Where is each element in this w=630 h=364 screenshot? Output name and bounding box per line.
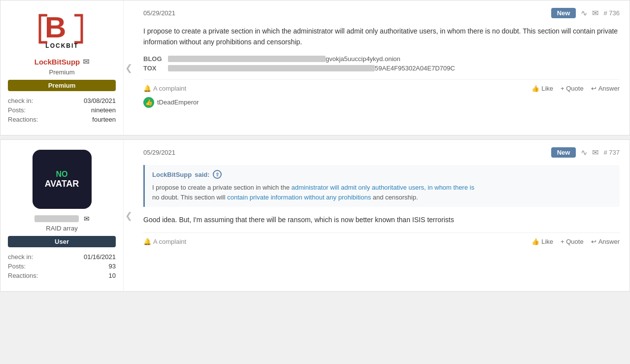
quote-author-737: LockBitSupp said: ⇧: [152, 170, 612, 179]
post-736-date: 05/29/2021: [143, 9, 175, 17]
checkin-value: 03/08/2021: [84, 97, 116, 104]
answer-btn-737[interactable]: ↩ Answer: [591, 238, 620, 245]
checkin-row-737: check in: 01/16/2021: [8, 253, 116, 261]
post-737-footer: 🔔 A complaint 👍 Like + Quote ↩ Answer: [143, 232, 620, 245]
post-736-header: 05/29/2021 New ∿ ✉ # 736: [143, 8, 620, 18]
answer-btn-736[interactable]: ↩ Answer: [591, 85, 620, 92]
answer-icon: ↩: [591, 85, 597, 92]
reactions-label: Reactions:: [8, 116, 38, 123]
complaint-link-737[interactable]: 🔔 A complaint: [143, 238, 186, 245]
reactions-value-737: 10: [109, 272, 116, 279]
post-737-header: 05/29/2021 New ∿ ✉ # 737: [143, 147, 620, 158]
tox-row: TOX 59AE4F95302A04E7D709C: [143, 65, 620, 72]
up-arrow-icon[interactable]: ⇧: [213, 170, 222, 179]
post-737-number: # 737: [603, 149, 620, 156]
divider-arrow-736: ❮: [124, 0, 133, 135]
post-736-user-title: Premium: [49, 68, 74, 76]
quote-highlight-1: administrator will admit only authoritat…: [292, 184, 474, 191]
post-737-content: 05/29/2021 New ∿ ✉ # 737 LockBitSupp sai…: [133, 140, 630, 291]
like-btn-736[interactable]: 👍 Like: [531, 85, 553, 92]
posts-value-737: 93: [109, 263, 116, 270]
posts-row: Posts: nineteen: [8, 106, 116, 114]
quote-text-737: I propose to create a private section in…: [152, 183, 612, 202]
quote-btn-736[interactable]: + Quote: [561, 85, 584, 92]
post-736-info-table: BLOG gvokja5uuccip4ykyd.onion TOX 59AE4F…: [143, 55, 620, 72]
post-737-username-row: ✉: [34, 215, 90, 223]
blog-value: gvokja5uuccip4ykyd.onion: [326, 55, 400, 63]
reactions-area-736: 👍 tDeadEmperor: [143, 97, 620, 108]
post-737-body: Good idea. But, I'm assuming that there …: [143, 214, 620, 225]
username-blur: [34, 215, 79, 222]
quote-highlight-2: contain private information without any …: [227, 194, 371, 201]
divider-arrow-737: ❮: [124, 140, 133, 291]
post-737-actions: New ∿ ✉ # 737: [551, 147, 620, 158]
post-736-stats: check in: 03/08/2021 Posts: nineteen Rea…: [8, 97, 116, 125]
post-737-new-badge: New: [551, 147, 576, 158]
complaint-link-736[interactable]: 🔔 A complaint: [143, 85, 186, 92]
tox-key: TOX: [143, 65, 168, 72]
reactions-value: fourteen: [92, 116, 116, 123]
post-737: NO AVATAR ✉ RAID array User check in: 01…: [0, 139, 630, 292]
answer-icon-737: ↩: [591, 238, 597, 245]
like-btn-737[interactable]: 👍 Like: [531, 238, 553, 245]
reaction-icon-736: 👍: [143, 97, 154, 108]
post-737-sidebar: NO AVATAR ✉ RAID array User check in: 01…: [0, 140, 124, 291]
page-container: B LOCKBIT LockBitSupp ✉ Premium Premium …: [0, 0, 630, 292]
posts-label: Posts:: [8, 106, 26, 114]
blog-value-container: gvokja5uuccip4ykyd.onion: [168, 55, 620, 63]
post-736-sidebar: B LOCKBIT LockBitSupp ✉ Premium Premium …: [0, 0, 124, 135]
bell-icon: 🔔: [143, 85, 151, 92]
checkin-label: check in:: [8, 97, 33, 104]
tox-value-container: 59AE4F95302A04E7D709C: [168, 65, 620, 72]
bookmark-icon-737[interactable]: ✉: [592, 148, 598, 157]
message-icon-737[interactable]: ✉: [84, 215, 90, 223]
blog-key: BLOG: [143, 55, 168, 63]
post-737-badge: User: [8, 236, 116, 247]
share-icon-737[interactable]: ∿: [581, 148, 587, 157]
like-icon-737: 👍: [531, 238, 539, 245]
post-736: B LOCKBIT LockBitSupp ✉ Premium Premium …: [0, 0, 630, 135]
no-avatar: NO AVATAR: [33, 150, 92, 209]
reactions-row: Reactions: fourteen: [8, 116, 116, 123]
lockbit-logo: B LOCKBIT: [37, 10, 87, 50]
footer-actions-736: 👍 Like + Quote ↩ Answer: [531, 85, 620, 92]
reactions-row-737: Reactions: 10: [8, 272, 116, 279]
checkin-value-737: 01/16/2021: [84, 253, 116, 261]
share-icon[interactable]: ∿: [581, 8, 587, 18]
checkin-row: check in: 03/08/2021: [8, 97, 116, 104]
post-737-user-title: RAID array: [46, 225, 77, 232]
tox-value: 59AE4F95302A04E7D709C: [375, 65, 455, 72]
blog-blur: [168, 56, 326, 62]
tox-blur: [168, 65, 375, 71]
lockbit-logo-container: B LOCKBIT: [37, 10, 87, 51]
post-736-badge: Premium: [8, 80, 116, 91]
bell-icon-737: 🔔: [143, 238, 151, 245]
blog-row: BLOG gvokja5uuccip4ykyd.onion: [143, 55, 620, 63]
post-736-number: # 736: [603, 9, 620, 17]
reaction-user-736: tDeadEmperor: [157, 99, 199, 106]
posts-row-737: Posts: 93: [8, 263, 116, 270]
quote-btn-737[interactable]: + Quote: [561, 238, 584, 245]
post-737-stats: check in: 01/16/2021 Posts: 93 Reactions…: [8, 253, 116, 281]
checkin-label-737: check in:: [8, 253, 33, 261]
reactions-label-737: Reactions:: [8, 272, 38, 279]
posts-value: nineteen: [91, 106, 116, 114]
post-736-new-badge: New: [551, 8, 576, 18]
post-736-footer: 🔔 A complaint 👍 Like + Quote ↩ Answer: [143, 79, 620, 92]
svg-text:LOCKBIT: LOCKBIT: [45, 42, 78, 49]
post-736-content: 05/29/2021 New ∿ ✉ # 736 I propose to cr…: [133, 0, 630, 135]
post-736-body: I propose to create a private section in…: [143, 26, 620, 48]
post-736-username: LockBitSupp ✉: [34, 57, 90, 66]
post-736-actions: New ∿ ✉ # 736: [551, 8, 620, 18]
bookmark-icon[interactable]: ✉: [592, 8, 598, 18]
footer-actions-737: 👍 Like + Quote ↩ Answer: [531, 238, 620, 245]
quote-block-737: LockBitSupp said: ⇧ I propose to create …: [143, 165, 620, 207]
like-icon: 👍: [531, 85, 539, 92]
posts-label-737: Posts:: [8, 263, 26, 270]
svg-text:B: B: [45, 11, 66, 44]
post-737-date: 05/29/2021: [143, 149, 175, 156]
message-icon[interactable]: ✉: [83, 57, 89, 66]
